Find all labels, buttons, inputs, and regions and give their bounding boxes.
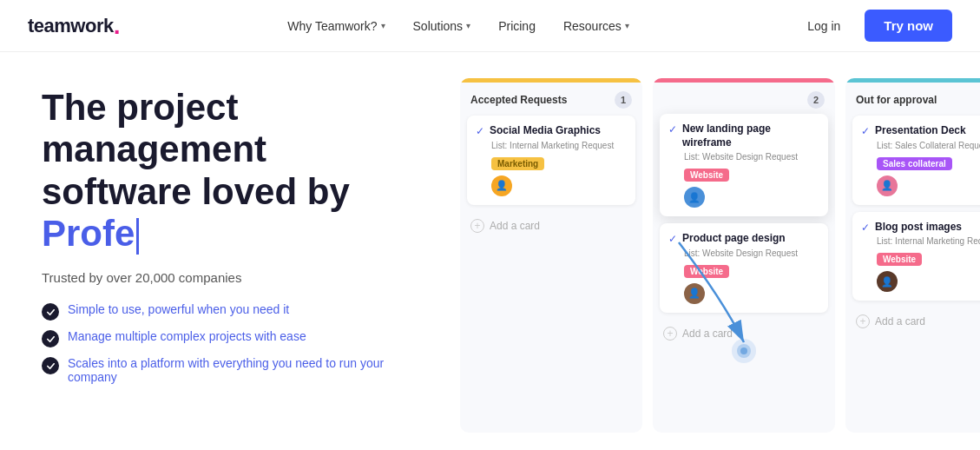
card-check: ✓ Presentation Deck [861,124,980,138]
plus-icon: + [470,219,484,233]
kanban-board: Accepted Requests 1 ✓ Social Media Graph… [451,52,980,450]
card[interactable]: ✓ Product page design List: Website Desi… [660,223,828,313]
navbar: teamwork. Why Teamwork? ▾ Solutions ▾ Pr… [0,0,980,52]
add-card-button[interactable]: + Add a card [460,212,642,240]
typed-text: Profe [42,213,135,254]
board-columns: Accepted Requests 1 ✓ Social Media Graph… [460,78,963,433]
check-icon: ✓ [861,222,870,234]
card-list: List: Sales Collateral Requests [877,141,980,150]
plus-icon: + [663,327,677,341]
card-list: List: Internal Marketing Request [877,236,980,246]
card-tag: Sales collateral [877,157,952,170]
column-count: 1 [615,91,632,109]
headline: The project management software loved by… [42,87,424,255]
column-accepted: Accepted Requests 1 ✓ Social Media Graph… [460,78,642,433]
card-title: New landing page wireframe [682,122,819,149]
logo-text: teamwork [28,15,114,37]
nav-auth: Log in Try now [797,10,952,42]
card[interactable]: ✓ Blog post images List: Internal Market… [852,212,980,301]
nav-item-solutions[interactable]: Solutions ▾ [403,12,482,40]
trusted-text: Trusted by over 20,000 companies [42,270,424,285]
card[interactable]: ✓ Social Media Graphics List: Internal M… [467,116,635,205]
card-check: ✓ Product page design [668,232,819,246]
logo[interactable]: teamwork. [28,14,120,38]
card-title: Blog post images [875,221,962,235]
avatar: 👤 [684,187,705,208]
main-content: The project management software loved by… [0,52,980,450]
chevron-down-icon: ▾ [381,21,385,30]
nav-item-pricing[interactable]: Pricing [488,12,546,40]
avatar: 👤 [491,175,512,196]
card-check: ✓ New landing page wireframe [668,122,819,149]
add-card-button[interactable]: + Add a card [653,320,835,347]
feature-item: Scales into a platform with everything y… [42,356,424,384]
check-icon [42,330,59,347]
check-icon [42,357,59,374]
features-list: Simple to use, powerful when you need it… [42,302,424,384]
svg-point-3 [740,347,747,354]
typing-cursor [136,218,139,255]
nav-item-resources[interactable]: Resources ▾ [553,12,640,40]
hero-section: The project management software loved by… [0,52,451,450]
column-header: Accepted Requests 1 [460,83,642,116]
column-header: 2 [653,83,835,116]
column-count: 2 [807,91,825,109]
check-icon [42,303,59,321]
try-now-button[interactable]: Try now [865,10,952,42]
check-icon: ✓ [668,123,677,136]
nav-links: Why Teamwork? ▾ Solutions ▾ Pricing Reso… [277,12,640,40]
column-body: ✓ Social Media Graphics List: Internal M… [460,116,642,212]
add-card-button[interactable]: + Add a card [845,308,980,335]
avatar: 👤 [877,175,898,196]
card-title: Presentation Deck [875,124,966,138]
login-button[interactable]: Log in [797,12,851,40]
chevron-down-icon: ▾ [625,21,629,30]
card-title: Social Media Graphics [490,124,601,138]
chevron-down-icon: ▾ [466,21,470,30]
card-list: List: Website Design Request [684,248,819,258]
card-title: Product page design [682,232,786,246]
column-middle: 2 ✓ New landing page wireframe List: Web… [653,78,835,433]
card-list: List: Internal Marketing Request [491,141,627,150]
card[interactable]: ✓ Presentation Deck List: Sales Collater… [852,116,980,205]
card-tag: Marketing [491,157,544,170]
nav-item-why-teamwork[interactable]: Why Teamwork? ▾ [277,12,395,40]
column-title: Out for approval [856,94,937,106]
card-tag: Website [877,253,922,266]
feature-item: Manage multiple complex projects with ea… [42,329,424,347]
feature-item: Simple to use, powerful when you need it [42,302,424,321]
card-tag: Website [684,265,729,278]
card-check: ✓ Blog post images [861,221,980,235]
check-icon: ✓ [668,233,677,245]
check-icon: ✓ [861,125,870,137]
logo-dot: . [114,14,120,38]
card-check: ✓ Social Media Graphics [476,124,627,138]
column-header: Out for approval 2 [845,83,980,116]
column-approval: Out for approval 2 ✓ Presentation Deck L… [845,78,980,433]
plus-icon: + [856,314,870,328]
check-icon: ✓ [476,125,484,137]
card-tag: Website [684,169,729,182]
card-featured[interactable]: ✓ New landing page wireframe List: Websi… [660,114,828,216]
column-title: Accepted Requests [470,94,567,106]
avatar: 👤 [877,271,898,292]
avatar: 👤 [684,283,705,304]
column-body: ✓ New landing page wireframe List: Websi… [653,116,835,320]
card-list: List: Website Design Request [684,152,819,162]
column-body: ✓ Presentation Deck List: Sales Collater… [845,116,980,308]
